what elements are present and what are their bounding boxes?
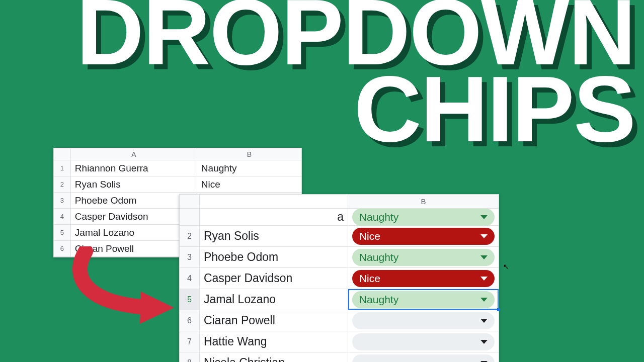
chevron-down-icon bbox=[480, 277, 488, 281]
chip-label: Naughty bbox=[359, 251, 398, 263]
chevron-down-icon bbox=[480, 255, 488, 259]
dropdown-chip-empty[interactable] bbox=[352, 354, 495, 363]
svg-marker-0 bbox=[140, 292, 174, 324]
select-all-corner[interactable] bbox=[180, 195, 200, 209]
row-number[interactable] bbox=[180, 209, 200, 226]
table-row: 8 Nicola Christian bbox=[180, 352, 499, 362]
table-row: 2 Ryan Solis Nice bbox=[180, 226, 499, 247]
select-all-corner[interactable] bbox=[54, 148, 71, 160]
dropdown-chip-empty[interactable] bbox=[352, 312, 495, 329]
table-row: 5 Jamal Lozano Naughty bbox=[180, 289, 499, 310]
dropdown-chip[interactable]: Nice bbox=[352, 270, 495, 287]
cell-name[interactable]: Phoebe Odom bbox=[200, 247, 348, 268]
cell-name[interactable]: Ryan Solis bbox=[200, 226, 348, 247]
cell-chip[interactable]: Naughty bbox=[348, 247, 499, 268]
cell-name[interactable]: Ryan Solis bbox=[71, 176, 197, 193]
dropdown-chip[interactable]: Naughty bbox=[352, 209, 495, 226]
row-number[interactable]: 2 bbox=[54, 176, 71, 193]
chip-label: Naughty bbox=[359, 294, 398, 306]
dest-spreadsheet[interactable]: B a Naughty 2 Ryan Solis Nice 3 Phoebe O… bbox=[179, 194, 499, 362]
table-row: 3 Phoebe Odom Naughty bbox=[180, 247, 499, 268]
chip-label: Nice bbox=[359, 273, 380, 285]
cell-chip[interactable] bbox=[348, 331, 499, 352]
table-row: 1 Rhiannon Guerra Naughty bbox=[54, 160, 301, 176]
chevron-down-icon bbox=[480, 340, 488, 344]
headline: DROPDOWN CHIPS bbox=[76, 0, 635, 153]
table-row: 2 Ryan Solis Nice bbox=[54, 176, 301, 193]
table-row: 6 Ciaran Powell bbox=[180, 310, 499, 331]
row-number[interactable]: 4 bbox=[54, 209, 71, 225]
table-row: 4 Casper Davidson Nice bbox=[180, 268, 499, 289]
dropdown-chip-empty[interactable] bbox=[352, 333, 495, 350]
cell-chip-selected[interactable]: Naughty bbox=[348, 289, 499, 310]
column-header-B[interactable]: B bbox=[348, 195, 499, 209]
row-number[interactable]: 1 bbox=[54, 160, 71, 176]
dropdown-chip[interactable]: Naughty bbox=[352, 291, 495, 308]
row-number[interactable]: 3 bbox=[54, 193, 71, 209]
row-number[interactable]: 8 bbox=[180, 352, 200, 362]
chip-label: Naughty bbox=[359, 211, 398, 223]
cell-name[interactable]: Rhiannon Guerra bbox=[71, 160, 197, 176]
row-number[interactable]: 2 bbox=[180, 226, 200, 247]
cell-name[interactable]: Hattie Wang bbox=[200, 331, 348, 352]
row-number[interactable]: 5 bbox=[54, 225, 71, 241]
curved-arrow-icon bbox=[65, 246, 184, 327]
cell-status[interactable]: Nice bbox=[197, 176, 301, 193]
chevron-down-icon bbox=[480, 234, 488, 238]
column-header-A-blank[interactable] bbox=[200, 195, 348, 209]
chip-label: Nice bbox=[359, 230, 380, 242]
cell-name[interactable]: Nicola Christian bbox=[200, 352, 348, 362]
cell-status[interactable]: Naughty bbox=[197, 160, 301, 176]
column-header-A[interactable]: A bbox=[71, 148, 197, 160]
dropdown-chip[interactable]: Nice bbox=[352, 228, 495, 245]
chevron-down-icon bbox=[480, 319, 488, 323]
cell-name[interactable]: Jamal Lozano bbox=[71, 225, 197, 241]
table-row: a Naughty bbox=[180, 209, 499, 226]
cell-chip[interactable] bbox=[348, 352, 499, 362]
cell-name[interactable]: Casper Davidson bbox=[71, 209, 197, 225]
column-header-B[interactable]: B bbox=[197, 148, 301, 160]
cell-chip[interactable]: Naughty bbox=[348, 209, 499, 226]
cell-name-fragment[interactable]: a bbox=[200, 209, 348, 226]
row-number[interactable]: 7 bbox=[180, 331, 200, 352]
cell-name[interactable]: Ciaran Powell bbox=[200, 310, 348, 331]
cell-name[interactable]: Phoebe Odom bbox=[71, 193, 197, 209]
cell-chip[interactable]: Nice bbox=[348, 268, 499, 289]
table-row: 7 Hattie Wang bbox=[180, 331, 499, 352]
chevron-down-icon bbox=[480, 298, 488, 302]
mouse-cursor-icon: ↖ bbox=[503, 262, 508, 269]
dropdown-chip[interactable]: Naughty bbox=[352, 249, 495, 266]
chevron-down-icon bbox=[480, 215, 488, 219]
cell-chip[interactable]: Nice bbox=[348, 226, 499, 247]
cell-name[interactable]: Jamal Lozano bbox=[200, 289, 348, 310]
cell-name[interactable]: Casper Davidson bbox=[200, 268, 348, 289]
cell-chip[interactable] bbox=[348, 310, 499, 331]
